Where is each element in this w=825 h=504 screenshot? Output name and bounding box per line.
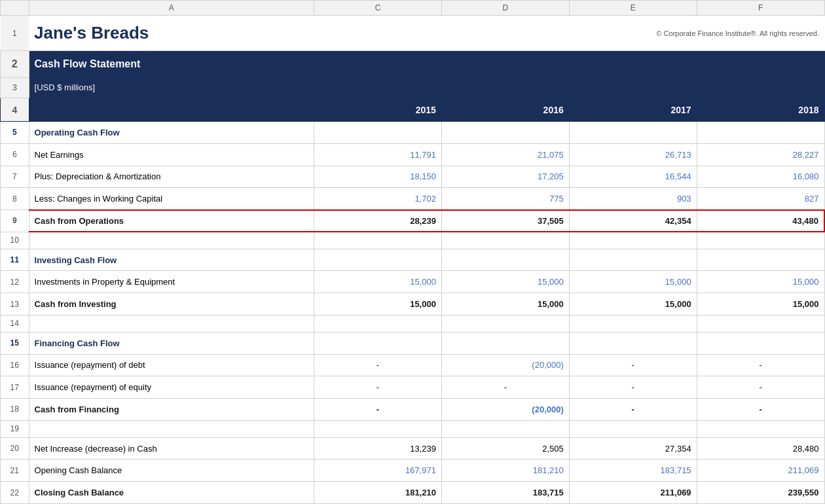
col-header-c: C bbox=[314, 1, 442, 16]
wc-label: Less: Changes in Working Capital bbox=[29, 188, 314, 210]
financing-blank-c bbox=[314, 332, 442, 354]
financing-label: Financing Cash Flow bbox=[29, 332, 314, 354]
debt-2017: - bbox=[569, 354, 697, 376]
corner-cell bbox=[1, 1, 29, 16]
row-num-6: 6 bbox=[1, 143, 29, 166]
empty-row-19: 19 bbox=[1, 420, 825, 437]
title-blank-f bbox=[697, 51, 824, 78]
closing-label: Closing Cash Balance bbox=[29, 482, 314, 504]
from-fin-2017: - bbox=[569, 399, 697, 421]
empty-row-10: 10 bbox=[1, 232, 825, 249]
empty-10-a bbox=[29, 232, 314, 249]
col-header-e: E bbox=[569, 1, 697, 16]
operating-blank-c bbox=[314, 122, 442, 144]
wc-2016: 775 bbox=[441, 188, 569, 210]
empty-14-e bbox=[569, 315, 697, 332]
empty-14-c bbox=[314, 315, 442, 332]
equity-2018: - bbox=[697, 376, 824, 399]
debt-2016: (20,000) bbox=[441, 354, 569, 376]
invest-2016: 15,000 bbox=[441, 271, 569, 293]
company-name: Jane's Breads bbox=[29, 16, 314, 51]
year-header-blank bbox=[29, 98, 314, 122]
financing-section-header: 15 Financing Cash Flow bbox=[1, 332, 825, 354]
spreadsheet: A C D E F 1 Jane's Breads © Corporate Fi… bbox=[0, 0, 825, 504]
empty-14-f bbox=[697, 315, 824, 332]
copyright-text: © Corporate Finance Institute®. All righ… bbox=[314, 16, 824, 51]
debt-label: Issuance (repayment) of debt bbox=[29, 354, 314, 376]
col-header-f: F bbox=[697, 1, 824, 16]
opening-2016: 181,210 bbox=[441, 459, 569, 482]
empty-10-d bbox=[441, 232, 569, 249]
col-header-a: A bbox=[29, 1, 314, 16]
investing-blank-e bbox=[569, 249, 697, 271]
dep-2017: 16,544 bbox=[569, 166, 697, 188]
usd-subtitle: [USD $ millions] bbox=[29, 77, 314, 98]
cash-ops-2016: 37,505 bbox=[441, 210, 569, 232]
operating-section-header: 5 Operating Cash Flow bbox=[1, 122, 825, 144]
equity-label: Issuance (repayment) of equity bbox=[29, 376, 314, 399]
equity-2015: - bbox=[314, 376, 442, 399]
closing-2016: 183,715 bbox=[441, 482, 569, 504]
row-num-5: 5 bbox=[1, 122, 29, 144]
subtitle-blank-e bbox=[569, 77, 697, 98]
cash-ops-2017: 42,354 bbox=[569, 210, 697, 232]
row-num-14: 14 bbox=[1, 315, 29, 332]
opening-2018: 211,069 bbox=[697, 459, 824, 482]
property-equipment-row: 12 Investments in Property & Equipment 1… bbox=[1, 271, 825, 293]
opening-balance-row: 21 Opening Cash Balance 167,971 181,210 … bbox=[1, 459, 825, 482]
row-num-10: 10 bbox=[1, 232, 29, 249]
col-header-d: D bbox=[441, 1, 569, 16]
title-blank-c bbox=[314, 51, 442, 78]
investing-label: Investing Cash Flow bbox=[29, 249, 314, 271]
row-num-2: 2 bbox=[1, 51, 29, 78]
net-earnings-2016: 21,075 bbox=[441, 143, 569, 166]
empty-19-c bbox=[314, 420, 442, 437]
dep-label: Plus: Depreciation & Amortization bbox=[29, 166, 314, 188]
net-earnings-2018: 28,227 bbox=[697, 143, 824, 166]
subtitle-row: 3 [USD $ millions] bbox=[1, 77, 825, 98]
from-fin-2016: (20,000) bbox=[441, 399, 569, 421]
debt-2015: - bbox=[314, 354, 442, 376]
net-earnings-2017: 26,713 bbox=[569, 143, 697, 166]
row-num-12: 12 bbox=[1, 271, 29, 293]
from-invest-2017: 15,000 bbox=[569, 293, 697, 315]
operating-label: Operating Cash Flow bbox=[29, 122, 314, 144]
row-num-9: 9 bbox=[1, 210, 29, 232]
row-num-13: 13 bbox=[1, 293, 29, 315]
net-change-row: 20 Net Increase (decrease) in Cash 13,23… bbox=[1, 437, 825, 459]
cash-ops-2015: 28,239 bbox=[314, 210, 442, 232]
closing-2018: 239,550 bbox=[697, 482, 824, 504]
debt-2018: - bbox=[697, 354, 824, 376]
year-2017: 2017 bbox=[569, 98, 697, 122]
wc-2017: 903 bbox=[569, 188, 697, 210]
empty-19-a bbox=[29, 420, 314, 437]
empty-14-d bbox=[441, 315, 569, 332]
row-num-11: 11 bbox=[1, 249, 29, 271]
opening-label: Opening Cash Balance bbox=[29, 459, 314, 482]
row-num-16: 16 bbox=[1, 354, 29, 376]
subtitle-blank-f bbox=[697, 77, 824, 98]
from-invest-2016: 15,000 bbox=[441, 293, 569, 315]
invest-2018: 15,000 bbox=[697, 271, 824, 293]
year-2015: 2015 bbox=[314, 98, 442, 122]
row-num-19: 19 bbox=[1, 420, 29, 437]
cash-from-financing-row: 18 Cash from Financing - (20,000) - - bbox=[1, 399, 825, 421]
cash-from-investing-row: 13 Cash from Investing 15,000 15,000 15,… bbox=[1, 293, 825, 315]
row-num-1: 1 bbox=[1, 16, 29, 51]
working-capital-row: 8 Less: Changes in Working Capital 1,702… bbox=[1, 188, 825, 210]
from-invest-2015: 15,000 bbox=[314, 293, 442, 315]
row-num-20: 20 bbox=[1, 437, 29, 459]
cash-from-ops-row: 9 Cash from Operations 28,239 37,505 42,… bbox=[1, 210, 825, 232]
from-invest-label: Cash from Investing bbox=[29, 293, 314, 315]
row-num-4: 4 bbox=[1, 98, 29, 122]
title-blank-d bbox=[441, 51, 569, 78]
investing-blank-f bbox=[697, 249, 824, 271]
net-earnings-2015: 11,791 bbox=[314, 143, 442, 166]
empty-10-f bbox=[697, 232, 824, 249]
equity-2017: - bbox=[569, 376, 697, 399]
net-change-2016: 2,505 bbox=[441, 437, 569, 459]
financing-blank-d bbox=[441, 332, 569, 354]
dep-amort-row: 7 Plus: Depreciation & Amortization 18,1… bbox=[1, 166, 825, 188]
investing-blank-d bbox=[441, 249, 569, 271]
empty-14-a bbox=[29, 315, 314, 332]
